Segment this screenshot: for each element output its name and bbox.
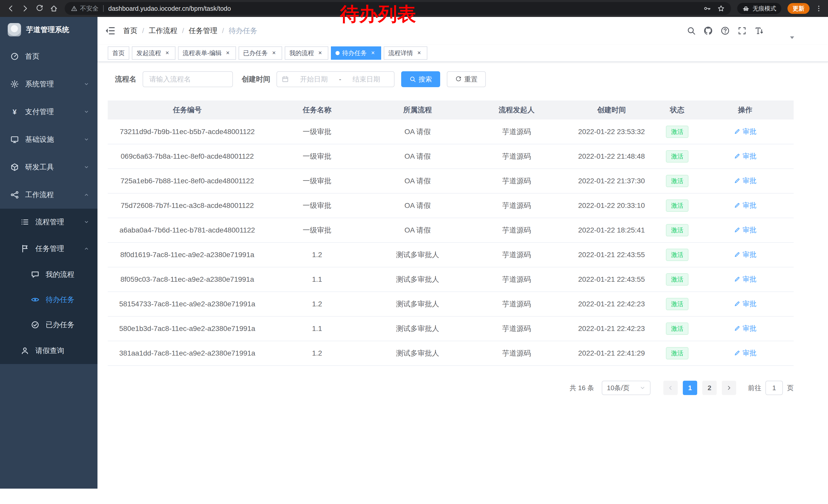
task-name-cell: 1.2: [267, 292, 367, 316]
approve-link[interactable]: 审批: [734, 127, 756, 136]
status-cell: 激活: [658, 144, 697, 169]
close-icon[interactable]: ×: [317, 49, 324, 57]
reset-button[interactable]: 重置: [447, 71, 486, 87]
search-button-primary[interactable]: 搜索: [401, 71, 440, 87]
sidebar-item-system-management[interactable]: 系统管理: [0, 70, 97, 98]
table-row: 8f0d1619-7ac8-11ec-a9e2-a2380e71991a1.2测…: [108, 242, 794, 267]
tab-my-processes[interactable]: 我的流程×: [285, 46, 328, 60]
create-time-cell: 2022-01-22 18:25:41: [565, 218, 658, 242]
hamburger-icon[interactable]: [105, 25, 116, 36]
key-icon[interactable]: [703, 5, 711, 12]
incognito-icon: [742, 5, 749, 12]
close-icon[interactable]: ×: [164, 49, 171, 57]
reload-icon[interactable]: [33, 2, 46, 15]
breadcrumb-home[interactable]: 首页: [123, 26, 137, 36]
tab-done-tasks[interactable]: 已办任务×: [239, 46, 282, 60]
update-button[interactable]: 更新: [787, 3, 810, 14]
task-name-cell: 1.1: [267, 316, 367, 341]
tab-process-detail[interactable]: 流程详情×: [384, 46, 427, 60]
active-dot: [335, 51, 340, 55]
breadcrumb-workflow[interactable]: 工作流程: [149, 26, 177, 36]
sidebar-item-payment-management[interactable]: ¥支付管理: [0, 98, 97, 126]
sidebar-item-label: 工作流程: [25, 190, 54, 200]
tab-todo-tasks[interactable]: 待办任务×: [331, 46, 381, 60]
approve-link[interactable]: 审批: [734, 250, 756, 259]
sidebar-item-infrastructure[interactable]: 基础设施: [0, 126, 97, 153]
approve-link[interactable]: 审批: [734, 225, 756, 235]
approve-link[interactable]: 审批: [734, 201, 756, 210]
sidebar-logo[interactable]: 芋道管理系统: [0, 17, 97, 43]
next-page-button[interactable]: [722, 381, 736, 395]
close-icon[interactable]: ×: [416, 49, 423, 57]
forward-icon[interactable]: [18, 2, 32, 15]
search-icon: [409, 76, 416, 83]
user-avatar[interactable]: [773, 20, 794, 41]
action-cell: 审批: [697, 267, 794, 292]
edit-icon: [734, 153, 741, 159]
back-icon[interactable]: [4, 2, 17, 15]
page-button-1[interactable]: 1: [683, 381, 697, 395]
process-name-input[interactable]: [142, 71, 233, 87]
task-id-cell: 8f0d1619-7ac8-11ec-a9e2-a2380e71991a: [108, 242, 267, 267]
task-id-cell: a6aba0a4-7b6d-11ec-b781-acde48001122: [108, 218, 267, 242]
yen-icon: ¥: [10, 107, 19, 116]
close-icon[interactable]: ×: [271, 49, 278, 57]
refresh-icon: [455, 76, 462, 83]
approve-link[interactable]: 审批: [734, 275, 756, 284]
chevron-down-icon: [84, 137, 89, 142]
fullscreen-button[interactable]: [734, 22, 750, 39]
sidebar-item-leave-query[interactable]: 请假查询: [0, 337, 97, 364]
table-row: 75d72608-7b7f-11ec-a3c8-acde48001122一级审批…: [108, 193, 794, 218]
sidebar-item-workflow[interactable]: 工作流程: [0, 181, 97, 209]
process-cell: 测试多审批人: [367, 292, 468, 316]
table-header-row: 任务编号任务名称所属流程流程发起人创建时间状态操作: [108, 100, 794, 120]
breadcrumb-task-management[interactable]: 任务管理: [189, 26, 217, 36]
approve-link[interactable]: 审批: [734, 176, 756, 185]
status-cell: 激活: [658, 120, 697, 144]
page-button-2[interactable]: 2: [702, 381, 717, 395]
close-icon[interactable]: ×: [369, 49, 377, 57]
approve-link[interactable]: 审批: [734, 151, 756, 161]
table-column-header: 操作: [697, 100, 794, 120]
task-id-cell: 069c6a63-7b8a-11ec-8ef0-acde48001122: [108, 144, 267, 169]
github-button[interactable]: [700, 22, 717, 39]
starter-cell: 芋道源码: [468, 292, 565, 316]
date-range-picker[interactable]: 开始日期 - 结束日期: [277, 71, 395, 87]
sidebar-item-dev-tools[interactable]: 研发工具: [0, 153, 97, 181]
security-status[interactable]: 不安全: [71, 4, 98, 12]
sidebar-item-todo-tasks[interactable]: 待办任务: [0, 287, 97, 312]
status-cell: 激活: [658, 242, 697, 267]
prev-page-button[interactable]: [663, 381, 678, 395]
approve-link[interactable]: 审批: [734, 299, 756, 308]
tab-process-form-edit[interactable]: 流程表单-编辑×: [178, 46, 236, 60]
breadcrumb-current: 待办任务: [229, 26, 257, 36]
approve-link[interactable]: 审批: [734, 349, 756, 358]
create-time-cell: 2022-01-22 23:53:32: [565, 120, 658, 144]
svg-text:¥: ¥: [12, 108, 17, 116]
page-content: 流程名 创建时间 开始日期 - 结束日期 搜索 重: [97, 62, 828, 504]
sidebar-item-task-management[interactable]: 任务管理: [0, 235, 97, 262]
tags-view: 首页发起流程×流程表单-编辑×已办任务×我的流程×待办任务×流程详情×: [97, 45, 828, 62]
home-icon[interactable]: [47, 2, 60, 15]
status-badge: 激活: [666, 347, 689, 359]
page-size-select[interactable]: 10条/页: [602, 381, 651, 395]
approve-link[interactable]: 审批: [734, 324, 756, 333]
star-icon[interactable]: [717, 5, 725, 12]
close-icon[interactable]: ×: [224, 49, 232, 57]
task-name-cell: 一级审批: [267, 120, 367, 144]
sidebar-item-process-management[interactable]: 流程管理: [0, 209, 97, 235]
incognito-label: 无痕模式: [753, 5, 776, 12]
task-id-cell: 75d72608-7b7f-11ec-a3c8-acde48001122: [108, 193, 267, 218]
goto-page-input[interactable]: [765, 381, 783, 395]
search-button[interactable]: [683, 22, 700, 39]
tab-initiate-process[interactable]: 发起流程×: [132, 46, 175, 60]
font-size-button[interactable]: [750, 22, 768, 39]
help-button[interactable]: [717, 22, 734, 39]
tab-home[interactable]: 首页: [108, 46, 129, 60]
browser-menu-icon[interactable]: [814, 3, 824, 13]
sidebar-item-my-processes[interactable]: 我的流程: [0, 262, 97, 287]
sidebar-item-done-tasks[interactable]: 已办任务: [0, 312, 97, 337]
sidebar-item-home[interactable]: 首页: [0, 43, 97, 70]
font-size-icon: [754, 26, 763, 35]
table-column-header: 任务编号: [108, 100, 267, 120]
